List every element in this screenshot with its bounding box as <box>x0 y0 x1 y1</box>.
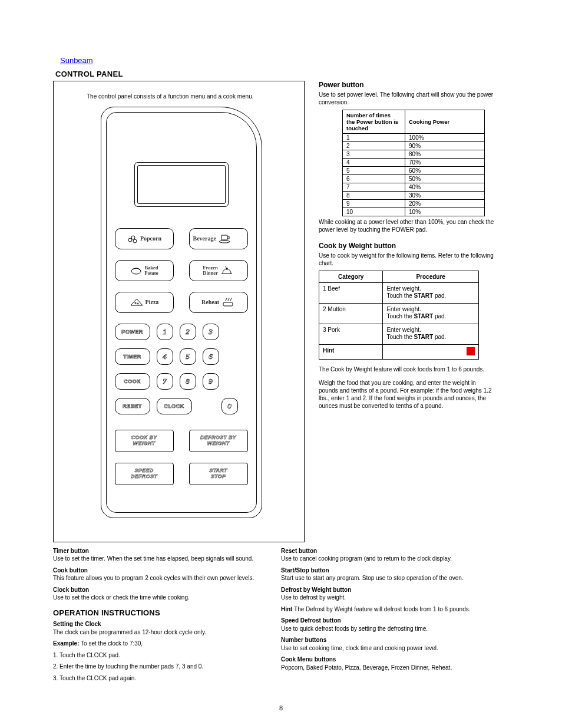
popcorn-button[interactable]: Popcorn <box>115 228 174 249</box>
keypad-8[interactable]: 8 <box>180 373 196 390</box>
keypad-6[interactable]: 6 <box>203 348 219 365</box>
bottom-right: Reset buttonUse to cancel cooking progra… <box>281 547 509 686</box>
power-table-head-right: Cooking Power <box>405 110 485 134</box>
svg-point-7 <box>135 302 136 304</box>
svg-point-4 <box>219 241 230 243</box>
baked-potato-button[interactable]: BakedPotato <box>115 260 174 281</box>
reset-button[interactable]: RESET <box>115 398 150 414</box>
table-row: 470% <box>343 159 485 167</box>
keypad-7[interactable]: 7 <box>157 373 173 390</box>
lead-paragraph: The control panel consists of a function… <box>87 93 276 101</box>
cook-by-weight-heading: Cook by Weight button <box>319 242 494 250</box>
bottom-left: Timer buttonUse to set the timer. When t… <box>53 547 281 686</box>
keypad-5[interactable]: 5 <box>180 348 196 365</box>
svg-rect-9 <box>223 302 233 306</box>
label: Beverage <box>193 235 216 242</box>
table-row: 740% <box>343 183 485 192</box>
power-note: While cooking at a power level other tha… <box>319 219 494 233</box>
power-table-head-left: Number of timesthe Power button is touch… <box>343 110 405 134</box>
table-row: 290% <box>343 142 485 150</box>
beverage-button[interactable]: Beverage <box>189 228 248 249</box>
defrost-by-weight-button[interactable]: DEFROST BYWEIGHT <box>189 430 248 452</box>
frozen-dinner-button[interactable]: FrozenDinner <box>189 260 248 281</box>
label: Popcorn <box>140 235 161 242</box>
table-row: 830% <box>343 192 485 200</box>
keypad-4[interactable]: 4 <box>157 348 173 365</box>
cook-table-head-left: Category <box>319 271 383 283</box>
cook-table-head-right: Procedure <box>383 271 479 283</box>
svg-rect-3 <box>222 235 227 240</box>
table-row: 920% <box>343 200 485 208</box>
brand-link[interactable]: Sunbeam <box>60 56 93 65</box>
table-row: 650% <box>343 175 485 183</box>
keypad-0[interactable]: 0 <box>222 398 238 414</box>
power-heading: Power button <box>319 81 494 89</box>
power-button[interactable]: POWER <box>115 324 150 340</box>
keypad-1[interactable]: 1 <box>157 324 173 340</box>
beverage-icon <box>218 233 232 245</box>
right-column: Power button Use to set power level. The… <box>319 81 494 410</box>
control-panel: Popcorn Beverage BakedPotato <box>101 107 262 518</box>
svg-point-2 <box>133 239 137 243</box>
svg-point-8 <box>137 303 138 304</box>
section-title: CONTROL PANEL <box>55 70 509 78</box>
table-row: 380% <box>343 150 485 159</box>
table-row: 2 Mutton Enter weight.Touch the START pa… <box>319 304 479 324</box>
operation-title: OPERATION INSTRUCTIONS <box>53 608 267 618</box>
keypad-3[interactable]: 3 <box>203 324 219 340</box>
keypad-2[interactable]: 2 <box>180 324 196 340</box>
pizza-icon <box>130 297 144 308</box>
label: Pizza <box>146 299 159 305</box>
pizza-button[interactable]: Pizza <box>115 292 174 313</box>
dinner-icon <box>220 265 234 276</box>
page-number: 8 <box>279 704 283 711</box>
table-row: 1100% <box>343 134 485 142</box>
table-row: Hint <box>319 345 479 360</box>
clock-button[interactable]: CLOCK <box>157 398 192 414</box>
power-subtitle: Use to set power level. The following ch… <box>319 91 494 106</box>
hint-text-b: Weigh the food that you are cooking, and… <box>319 379 494 410</box>
label: BakedPotato <box>144 265 158 275</box>
cook-button[interactable]: COOK <box>115 373 150 390</box>
cook-by-weight-button[interactable]: COOK BYWEIGHT <box>115 430 174 452</box>
svg-point-5 <box>131 268 141 274</box>
speed-defrost-button[interactable]: SPEEDDEFROST <box>115 463 174 485</box>
label: FrozenDinner <box>203 265 218 275</box>
table-row: 3 Pork Enter weight.Touch the START pad. <box>319 324 479 345</box>
start-stop-button[interactable]: STARTSTOP <box>189 463 248 485</box>
reheat-button[interactable]: Reheat <box>189 292 248 313</box>
table-row: 560% <box>343 167 485 175</box>
left-column: The control panel consists of a function… <box>53 81 305 542</box>
display-bezel <box>134 162 229 207</box>
red-marker-icon <box>467 347 475 355</box>
potato-icon <box>130 265 143 276</box>
power-table: Number of timesthe Power button is touch… <box>342 110 485 216</box>
cook-by-weight-sub: Use to cook by weight for the following … <box>319 252 494 267</box>
reheat-icon <box>221 297 235 308</box>
table-row: 1 Beef Enter weight.Touch the START pad. <box>319 283 479 304</box>
svg-point-1 <box>131 236 135 239</box>
popcorn-icon <box>127 233 138 245</box>
hint-cell: Hint <box>319 345 383 360</box>
table-row: 1010% <box>343 208 485 216</box>
timer-button[interactable]: TIMER <box>115 348 150 365</box>
cook-table: Category Procedure 1 Beef Enter weight.T… <box>319 271 479 360</box>
label: Reheat <box>201 299 219 305</box>
keypad-9[interactable]: 9 <box>203 373 219 390</box>
hint-text-a: The Cook by Weight feature will cook foo… <box>319 365 494 373</box>
display-screen <box>137 165 226 204</box>
